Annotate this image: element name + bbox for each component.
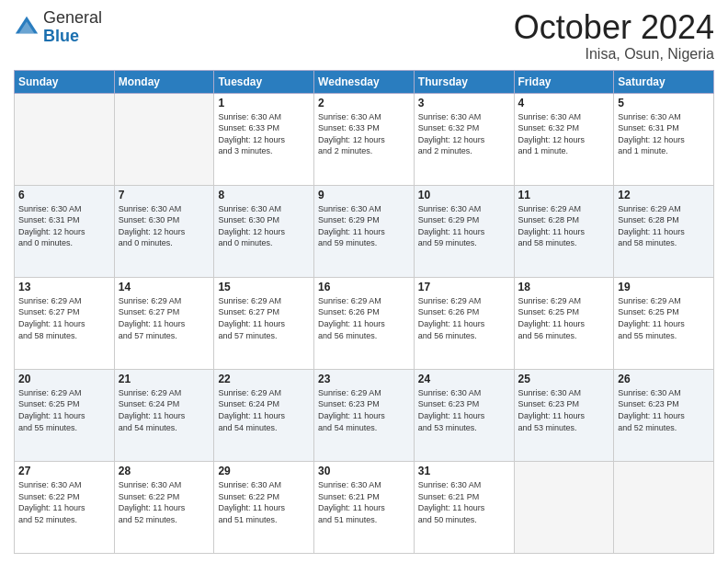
day-number: 31 (418, 465, 510, 477)
day-info: Sunrise: 6:30 AM Sunset: 6:30 PM Dayligh… (218, 203, 310, 249)
day-info: Sunrise: 6:30 AM Sunset: 6:23 PM Dayligh… (418, 387, 510, 433)
day-number: 10 (418, 189, 510, 201)
logo-general-text: General (43, 8, 102, 27)
calendar-day-cell: 3Sunrise: 6:30 AM Sunset: 6:32 PM Daylig… (414, 93, 514, 185)
day-info: Sunrise: 6:29 AM Sunset: 6:24 PM Dayligh… (218, 387, 310, 433)
calendar-header-row: SundayMondayTuesdayWednesdayThursdayFrid… (15, 70, 714, 93)
weekday-header: Saturday (614, 70, 714, 93)
day-info: Sunrise: 6:30 AM Sunset: 6:32 PM Dayligh… (518, 111, 610, 157)
logo-blue-text: Blue (43, 27, 79, 45)
day-number: 27 (18, 465, 110, 477)
day-info: Sunrise: 6:30 AM Sunset: 6:33 PM Dayligh… (318, 111, 410, 157)
day-number: 28 (119, 465, 210, 477)
logo-text: General Blue (43, 9, 102, 46)
calendar-day-cell: 25Sunrise: 6:30 AM Sunset: 6:23 PM Dayli… (514, 369, 614, 461)
calendar-day-cell: 29Sunrise: 6:30 AM Sunset: 6:22 PM Dayli… (214, 461, 314, 553)
day-number: 7 (119, 189, 210, 201)
weekday-header: Sunday (15, 70, 115, 93)
calendar-day-cell: 6Sunrise: 6:30 AM Sunset: 6:31 PM Daylig… (15, 185, 115, 277)
calendar-day-cell: 27Sunrise: 6:30 AM Sunset: 6:22 PM Dayli… (15, 461, 115, 553)
calendar-day-cell: 1Sunrise: 6:30 AM Sunset: 6:33 PM Daylig… (214, 93, 314, 185)
day-number: 17 (418, 281, 510, 293)
calendar-day-cell: 26Sunrise: 6:30 AM Sunset: 6:23 PM Dayli… (614, 369, 714, 461)
day-info: Sunrise: 6:30 AM Sunset: 6:22 PM Dayligh… (18, 479, 110, 525)
day-info: Sunrise: 6:29 AM Sunset: 6:24 PM Dayligh… (119, 387, 210, 433)
day-info: Sunrise: 6:29 AM Sunset: 6:28 PM Dayligh… (518, 203, 610, 249)
calendar-day-cell: 11Sunrise: 6:29 AM Sunset: 6:28 PM Dayli… (514, 185, 614, 277)
calendar-day-cell: 13Sunrise: 6:29 AM Sunset: 6:27 PM Dayli… (15, 277, 115, 369)
day-number: 29 (218, 465, 310, 477)
calendar-day-cell: 4Sunrise: 6:30 AM Sunset: 6:32 PM Daylig… (514, 93, 614, 185)
calendar-table: SundayMondayTuesdayWednesdayThursdayFrid… (14, 70, 714, 554)
calendar-week-row: 6Sunrise: 6:30 AM Sunset: 6:31 PM Daylig… (15, 185, 714, 277)
day-info: Sunrise: 6:29 AM Sunset: 6:28 PM Dayligh… (618, 203, 710, 249)
calendar-day-cell: 7Sunrise: 6:30 AM Sunset: 6:30 PM Daylig… (114, 185, 214, 277)
day-info: Sunrise: 6:29 AM Sunset: 6:25 PM Dayligh… (18, 387, 110, 433)
calendar-location: Inisa, Osun, Nigeria (514, 46, 714, 63)
day-number: 14 (119, 281, 210, 293)
day-number: 6 (18, 189, 110, 201)
calendar-day-cell: 28Sunrise: 6:30 AM Sunset: 6:22 PM Dayli… (114, 461, 214, 553)
calendar-day-cell (514, 461, 614, 553)
page: General Blue October 2024 Inisa, Osun, N… (0, 0, 728, 563)
day-number: 9 (318, 189, 410, 201)
day-number: 11 (518, 189, 610, 201)
day-info: Sunrise: 6:30 AM Sunset: 6:29 PM Dayligh… (418, 203, 510, 249)
day-number: 13 (18, 281, 110, 293)
weekday-header: Monday (114, 70, 214, 93)
day-number: 2 (318, 97, 410, 109)
day-number: 1 (218, 97, 310, 109)
day-number: 8 (218, 189, 310, 201)
calendar-day-cell: 15Sunrise: 6:29 AM Sunset: 6:27 PM Dayli… (214, 277, 314, 369)
day-info: Sunrise: 6:30 AM Sunset: 6:22 PM Dayligh… (218, 479, 310, 525)
day-number: 26 (618, 373, 710, 385)
calendar-day-cell: 10Sunrise: 6:30 AM Sunset: 6:29 PM Dayli… (414, 185, 514, 277)
calendar-week-row: 20Sunrise: 6:29 AM Sunset: 6:25 PM Dayli… (15, 369, 714, 461)
day-number: 20 (18, 373, 110, 385)
day-number: 25 (518, 373, 610, 385)
day-info: Sunrise: 6:30 AM Sunset: 6:29 PM Dayligh… (318, 203, 410, 249)
calendar-day-cell: 5Sunrise: 6:30 AM Sunset: 6:31 PM Daylig… (614, 93, 714, 185)
calendar-day-cell (114, 93, 214, 185)
day-info: Sunrise: 6:30 AM Sunset: 6:33 PM Dayligh… (218, 111, 310, 157)
day-info: Sunrise: 6:30 AM Sunset: 6:31 PM Dayligh… (618, 111, 710, 157)
day-number: 15 (218, 281, 310, 293)
calendar-day-cell: 16Sunrise: 6:29 AM Sunset: 6:26 PM Dayli… (314, 277, 415, 369)
calendar-day-cell: 18Sunrise: 6:29 AM Sunset: 6:25 PM Dayli… (514, 277, 614, 369)
day-info: Sunrise: 6:29 AM Sunset: 6:27 PM Dayligh… (18, 295, 110, 341)
calendar-day-cell: 19Sunrise: 6:29 AM Sunset: 6:25 PM Dayli… (614, 277, 714, 369)
day-info: Sunrise: 6:30 AM Sunset: 6:21 PM Dayligh… (418, 479, 510, 525)
day-number: 18 (518, 281, 610, 293)
calendar-day-cell: 8Sunrise: 6:30 AM Sunset: 6:30 PM Daylig… (214, 185, 314, 277)
title-area: October 2024 Inisa, Osun, Nigeria (514, 9, 714, 63)
day-info: Sunrise: 6:30 AM Sunset: 6:22 PM Dayligh… (119, 479, 210, 525)
day-number: 23 (318, 373, 410, 385)
day-info: Sunrise: 6:30 AM Sunset: 6:32 PM Dayligh… (418, 111, 510, 157)
weekday-header: Tuesday (214, 70, 314, 93)
day-info: Sunrise: 6:29 AM Sunset: 6:27 PM Dayligh… (119, 295, 210, 341)
calendar-day-cell (614, 461, 714, 553)
day-number: 12 (618, 189, 710, 201)
calendar-day-cell: 24Sunrise: 6:30 AM Sunset: 6:23 PM Dayli… (414, 369, 514, 461)
calendar-day-cell: 30Sunrise: 6:30 AM Sunset: 6:21 PM Dayli… (314, 461, 415, 553)
calendar-day-cell: 22Sunrise: 6:29 AM Sunset: 6:24 PM Dayli… (214, 369, 314, 461)
calendar-week-row: 27Sunrise: 6:30 AM Sunset: 6:22 PM Dayli… (15, 461, 714, 553)
day-info: Sunrise: 6:29 AM Sunset: 6:23 PM Dayligh… (318, 387, 410, 433)
day-info: Sunrise: 6:29 AM Sunset: 6:25 PM Dayligh… (618, 295, 710, 341)
calendar-day-cell: 2Sunrise: 6:30 AM Sunset: 6:33 PM Daylig… (314, 93, 415, 185)
day-number: 19 (618, 281, 710, 293)
calendar-title: October 2024 (514, 9, 714, 46)
day-number: 30 (318, 465, 410, 477)
calendar-week-row: 1Sunrise: 6:30 AM Sunset: 6:33 PM Daylig… (15, 93, 714, 185)
calendar-day-cell: 9Sunrise: 6:30 AM Sunset: 6:29 PM Daylig… (314, 185, 415, 277)
day-number: 4 (518, 97, 610, 109)
logo: General Blue (14, 9, 102, 46)
calendar-day-cell: 14Sunrise: 6:29 AM Sunset: 6:27 PM Dayli… (114, 277, 214, 369)
logo-icon (14, 15, 40, 40)
calendar-day-cell: 31Sunrise: 6:30 AM Sunset: 6:21 PM Dayli… (414, 461, 514, 553)
day-info: Sunrise: 6:29 AM Sunset: 6:26 PM Dayligh… (418, 295, 510, 341)
weekday-header: Friday (514, 70, 614, 93)
day-info: Sunrise: 6:29 AM Sunset: 6:27 PM Dayligh… (218, 295, 310, 341)
calendar-day-cell: 17Sunrise: 6:29 AM Sunset: 6:26 PM Dayli… (414, 277, 514, 369)
day-number: 21 (119, 373, 210, 385)
